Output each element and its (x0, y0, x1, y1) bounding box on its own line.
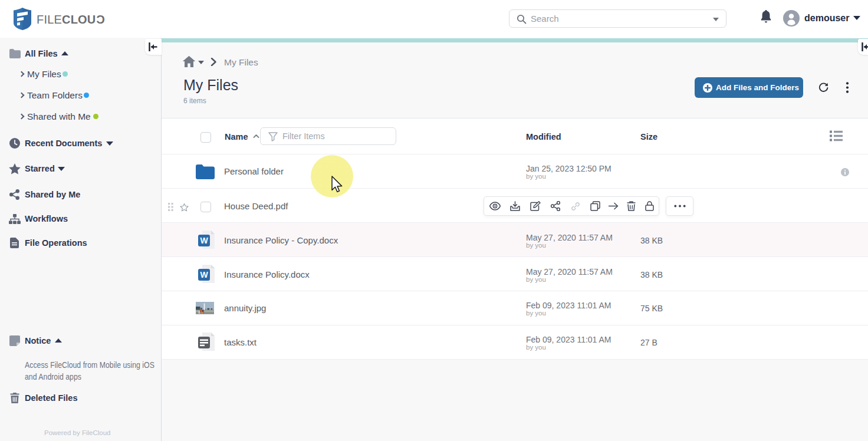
svg-text:W: W (200, 270, 208, 279)
svg-text:W: W (200, 236, 208, 245)
